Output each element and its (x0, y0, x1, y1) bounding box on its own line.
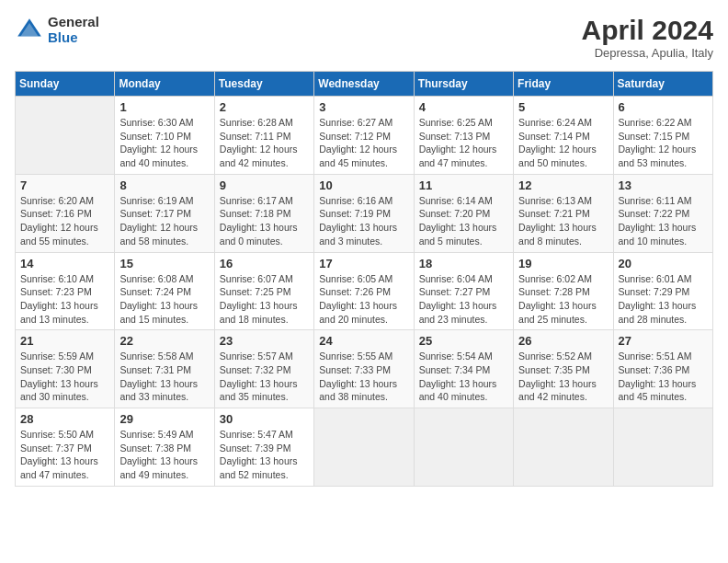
calendar-header-row: SundayMondayTuesdayWednesdayThursdayFrid… (16, 72, 713, 97)
calendar-cell (16, 97, 115, 175)
col-header-thursday: Thursday (414, 72, 513, 97)
calendar-cell: 4Sunrise: 6:25 AMSunset: 7:13 PMDaylight… (414, 97, 513, 175)
day-number: 10 (319, 178, 408, 192)
day-info: Sunrise: 6:19 AMSunset: 7:17 PMDaylight:… (119, 194, 209, 248)
day-number: 5 (518, 100, 608, 114)
day-number: 1 (119, 100, 209, 114)
day-info: Sunrise: 6:05 AMSunset: 7:26 PMDaylight:… (319, 272, 408, 327)
day-number: 2 (220, 100, 309, 114)
col-header-saturday: Saturday (613, 72, 712, 97)
day-info: Sunrise: 6:04 AMSunset: 7:27 PMDaylight:… (419, 272, 508, 327)
day-number: 21 (20, 334, 109, 348)
page-header: General Blue April 2024 Depressa, Apulia… (15, 15, 713, 60)
logo-blue-label: Blue (48, 30, 99, 46)
calendar-cell: 11Sunrise: 6:14 AMSunset: 7:20 PMDayligh… (414, 174, 513, 252)
day-info: Sunrise: 5:54 AMSunset: 7:34 PMDaylight:… (419, 350, 508, 404)
week-row-1: 1Sunrise: 6:30 AMSunset: 7:10 PMDaylight… (16, 97, 713, 175)
day-info: Sunrise: 6:02 AMSunset: 7:28 PMDaylight:… (518, 272, 608, 327)
calendar-cell: 3Sunrise: 6:27 AMSunset: 7:12 PMDaylight… (314, 97, 414, 175)
day-number: 29 (119, 412, 209, 426)
day-info: Sunrise: 6:30 AMSunset: 7:10 PMDaylight:… (119, 116, 209, 170)
logo: General Blue (15, 15, 99, 45)
calendar-cell (414, 408, 513, 487)
calendar-cell: 24Sunrise: 5:55 AMSunset: 7:33 PMDayligh… (314, 330, 414, 408)
day-number: 7 (20, 178, 109, 192)
logo-text: General Blue (48, 15, 99, 45)
day-info: Sunrise: 5:55 AMSunset: 7:33 PMDaylight:… (319, 350, 408, 404)
day-number: 9 (220, 178, 309, 192)
day-info: Sunrise: 6:28 AMSunset: 7:11 PMDaylight:… (220, 116, 309, 170)
calendar-cell: 10Sunrise: 6:16 AMSunset: 7:19 PMDayligh… (314, 174, 414, 252)
day-info: Sunrise: 5:59 AMSunset: 7:30 PMDaylight:… (20, 350, 109, 404)
day-number: 12 (518, 178, 608, 192)
day-info: Sunrise: 6:10 AMSunset: 7:23 PMDaylight:… (20, 272, 109, 327)
col-header-friday: Friday (514, 72, 613, 97)
calendar-cell: 15Sunrise: 6:08 AMSunset: 7:24 PMDayligh… (115, 252, 214, 330)
calendar-cell: 22Sunrise: 5:58 AMSunset: 7:31 PMDayligh… (115, 330, 214, 408)
day-info: Sunrise: 5:52 AMSunset: 7:35 PMDaylight:… (518, 350, 608, 404)
calendar-cell: 1Sunrise: 6:30 AMSunset: 7:10 PMDaylight… (115, 97, 214, 175)
day-info: Sunrise: 6:22 AMSunset: 7:15 PMDaylight:… (619, 116, 708, 170)
calendar-cell: 29Sunrise: 5:49 AMSunset: 7:38 PMDayligh… (115, 408, 214, 487)
week-row-2: 7Sunrise: 6:20 AMSunset: 7:16 PMDaylight… (16, 174, 713, 252)
day-number: 4 (419, 100, 508, 114)
calendar-cell (314, 408, 414, 487)
month-title: April 2024 (582, 15, 713, 46)
day-info: Sunrise: 6:14 AMSunset: 7:20 PMDaylight:… (419, 194, 508, 248)
calendar-cell: 8Sunrise: 6:19 AMSunset: 7:17 PMDaylight… (115, 174, 214, 252)
day-info: Sunrise: 6:27 AMSunset: 7:12 PMDaylight:… (319, 116, 408, 170)
calendar-cell: 19Sunrise: 6:02 AMSunset: 7:28 PMDayligh… (514, 252, 613, 330)
col-header-wednesday: Wednesday (314, 72, 414, 97)
calendar-cell: 9Sunrise: 6:17 AMSunset: 7:18 PMDaylight… (214, 174, 313, 252)
day-number: 25 (419, 334, 508, 348)
day-number: 6 (619, 100, 708, 114)
calendar-cell: 21Sunrise: 5:59 AMSunset: 7:30 PMDayligh… (16, 330, 115, 408)
calendar-cell: 17Sunrise: 6:05 AMSunset: 7:26 PMDayligh… (314, 252, 414, 330)
calendar-cell: 6Sunrise: 6:22 AMSunset: 7:15 PMDaylight… (613, 97, 712, 175)
day-number: 28 (20, 412, 109, 426)
day-info: Sunrise: 6:24 AMSunset: 7:14 PMDaylight:… (518, 116, 608, 170)
day-number: 8 (119, 178, 209, 192)
week-row-3: 14Sunrise: 6:10 AMSunset: 7:23 PMDayligh… (16, 252, 713, 330)
day-number: 17 (319, 257, 408, 270)
day-number: 20 (619, 257, 708, 270)
day-number: 3 (319, 100, 408, 114)
calendar-cell: 12Sunrise: 6:13 AMSunset: 7:21 PMDayligh… (514, 174, 613, 252)
day-info: Sunrise: 6:08 AMSunset: 7:24 PMDaylight:… (119, 272, 209, 327)
day-number: 24 (319, 334, 408, 348)
day-number: 15 (119, 257, 209, 270)
logo-icon (15, 16, 44, 45)
day-info: Sunrise: 6:16 AMSunset: 7:19 PMDaylight:… (319, 194, 408, 248)
day-info: Sunrise: 6:20 AMSunset: 7:16 PMDaylight:… (20, 194, 109, 248)
day-number: 30 (220, 412, 309, 426)
day-number: 11 (419, 178, 508, 192)
calendar-table: SundayMondayTuesdayWednesdayThursdayFrid… (15, 71, 713, 487)
day-info: Sunrise: 6:11 AMSunset: 7:22 PMDaylight:… (619, 194, 708, 248)
day-info: Sunrise: 5:58 AMSunset: 7:31 PMDaylight:… (119, 350, 209, 404)
calendar-cell: 26Sunrise: 5:52 AMSunset: 7:35 PMDayligh… (514, 330, 613, 408)
day-info: Sunrise: 5:57 AMSunset: 7:32 PMDaylight:… (220, 350, 309, 404)
logo-general-label: General (48, 15, 99, 30)
day-info: Sunrise: 6:13 AMSunset: 7:21 PMDaylight:… (518, 194, 608, 248)
location-label: Depressa, Apulia, Italy (582, 46, 713, 60)
calendar-cell: 28Sunrise: 5:50 AMSunset: 7:37 PMDayligh… (16, 408, 115, 487)
calendar-cell: 5Sunrise: 6:24 AMSunset: 7:14 PMDaylight… (514, 97, 613, 175)
calendar-cell: 7Sunrise: 6:20 AMSunset: 7:16 PMDaylight… (16, 174, 115, 252)
day-number: 22 (119, 334, 209, 348)
calendar-cell: 16Sunrise: 6:07 AMSunset: 7:25 PMDayligh… (214, 252, 313, 330)
day-number: 16 (220, 257, 309, 270)
calendar-cell: 25Sunrise: 5:54 AMSunset: 7:34 PMDayligh… (414, 330, 513, 408)
day-number: 27 (619, 334, 708, 348)
day-number: 18 (419, 257, 508, 270)
col-header-sunday: Sunday (16, 72, 115, 97)
col-header-monday: Monday (115, 72, 214, 97)
calendar-cell: 14Sunrise: 6:10 AMSunset: 7:23 PMDayligh… (16, 252, 115, 330)
day-number: 26 (518, 334, 608, 348)
day-number: 14 (20, 257, 109, 270)
calendar-cell: 30Sunrise: 5:47 AMSunset: 7:39 PMDayligh… (214, 408, 313, 487)
calendar-cell: 20Sunrise: 6:01 AMSunset: 7:29 PMDayligh… (613, 252, 712, 330)
day-number: 19 (518, 257, 608, 270)
week-row-5: 28Sunrise: 5:50 AMSunset: 7:37 PMDayligh… (16, 408, 713, 487)
day-info: Sunrise: 5:51 AMSunset: 7:36 PMDaylight:… (619, 350, 708, 404)
calendar-cell: 2Sunrise: 6:28 AMSunset: 7:11 PMDaylight… (214, 97, 313, 175)
